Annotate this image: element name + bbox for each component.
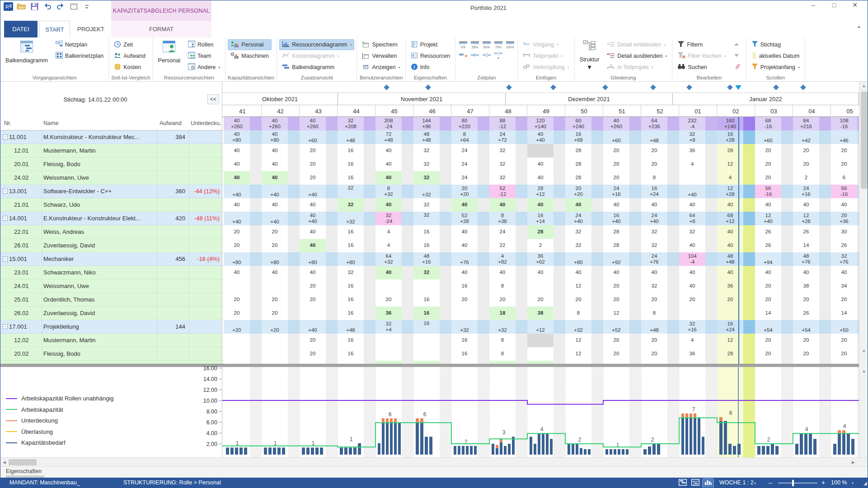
milestone-icon[interactable] bbox=[773, 84, 779, 90]
grid-cell[interactable]: 40 bbox=[565, 266, 603, 279]
grid-cell[interactable]: 40 bbox=[224, 158, 262, 171]
aktuelles-datum-button[interactable]: aktuelles Datum bbox=[749, 51, 802, 61]
grid-cell[interactable]: 20 bbox=[300, 158, 338, 171]
grid-cell[interactable]: 40 bbox=[375, 158, 413, 171]
week-scale-dropdown-icon[interactable]: ▾ bbox=[754, 481, 756, 485]
grid-cell[interactable]: 26 bbox=[755, 239, 793, 252]
grid-cell[interactable]: 16 bbox=[451, 347, 489, 361]
grid-cell[interactable]: 28 bbox=[565, 158, 603, 171]
grid-cell[interactable]: 20 bbox=[300, 293, 338, 307]
grid-cell[interactable]: 36 bbox=[679, 347, 717, 361]
grid-cell[interactable]: 40 bbox=[679, 198, 717, 212]
grid-cell[interactable]: 8+64 bbox=[451, 130, 489, 144]
grid-cell[interactable]: 32 bbox=[641, 225, 679, 239]
grid-cell[interactable] bbox=[413, 361, 451, 364]
grid-cell[interactable]: +48 bbox=[338, 320, 375, 334]
grid-cell[interactable]: 14 bbox=[755, 307, 793, 320]
app-logo-button[interactable]: R bbox=[3, 3, 13, 12]
grid-cell[interactable]: 20 bbox=[300, 171, 338, 185]
grid-cell[interactable] bbox=[224, 279, 262, 293]
grid-cell[interactable]: 16 bbox=[413, 293, 451, 307]
progress-50%-button[interactable]: 50% bbox=[481, 40, 492, 49]
grid-cell[interactable]: 48+48 bbox=[717, 252, 755, 266]
grid-cell[interactable]: 4 bbox=[679, 334, 717, 347]
grid-cell[interactable]: 32 bbox=[413, 144, 451, 158]
grid-cell[interactable]: 64+32 bbox=[375, 252, 413, 266]
netzplan-button[interactable]: Netzplan bbox=[53, 39, 106, 50]
grid-cell[interactable]: 28 bbox=[603, 225, 641, 239]
maximize-icon[interactable]: □ bbox=[829, 1, 840, 9]
grid-cell[interactable]: 68-16 bbox=[755, 117, 793, 130]
milestone-icon[interactable] bbox=[800, 84, 806, 90]
horizontal-splitter[interactable] bbox=[0, 364, 859, 367]
grid-cell[interactable]: +12 bbox=[527, 320, 565, 334]
grid-cell[interactable]: 20 bbox=[793, 347, 831, 361]
grid-cell[interactable]: 40 bbox=[300, 239, 338, 252]
grid-cell[interactable] bbox=[224, 334, 262, 347]
grid-cell[interactable]: 20 bbox=[300, 279, 338, 293]
personal-big-button[interactable]: Personal bbox=[155, 38, 183, 64]
tab-datei[interactable]: DATEI bbox=[4, 21, 38, 37]
grid-cell[interactable]: 20 bbox=[755, 293, 793, 307]
grid-cell[interactable]: 32 bbox=[413, 198, 451, 212]
tool4-button[interactable]: ▾ bbox=[493, 51, 503, 60]
personal-button[interactable]: Personal bbox=[228, 39, 271, 50]
grid-cell[interactable]: 40+40 bbox=[300, 212, 338, 225]
grid-cell[interactable] bbox=[793, 361, 831, 364]
grid-cell[interactable]: 40 bbox=[755, 266, 793, 279]
balkennetzplan-button[interactable]: Balkennetzplan bbox=[53, 51, 106, 61]
new-window-button[interactable] bbox=[69, 3, 79, 12]
grid-cell[interactable]: 20 bbox=[565, 293, 603, 307]
grid-cell[interactable]: 20 bbox=[641, 334, 679, 347]
tab-projekt[interactable]: PROJEKT bbox=[72, 21, 110, 37]
grid-cell[interactable]: 40 bbox=[755, 198, 793, 212]
grid-cell[interactable]: 40 bbox=[451, 225, 489, 239]
verwalten-button[interactable]: Verwalten bbox=[359, 51, 403, 61]
grid-cell[interactable]: 20+20 bbox=[451, 185, 489, 198]
grid-cell[interactable]: 32 bbox=[413, 171, 451, 185]
grid-cell[interactable]: 20 bbox=[679, 293, 717, 307]
grid-cell[interactable]: 32 bbox=[413, 212, 451, 225]
grid-cell[interactable]: 20 bbox=[300, 347, 338, 361]
grid-cell[interactable]: 16+28 bbox=[717, 130, 755, 144]
grid-cell[interactable]: 40 bbox=[717, 198, 755, 212]
vertical-scroll-thumb[interactable] bbox=[861, 92, 868, 189]
grid-cell[interactable]: +76 bbox=[451, 252, 489, 266]
grid-cell[interactable]: +40 bbox=[262, 212, 300, 225]
horizontal-scroll-thumb[interactable] bbox=[9, 459, 37, 465]
grid-cell[interactable]: 24+72 bbox=[489, 130, 527, 144]
grid-cell[interactable] bbox=[451, 307, 489, 320]
grid-cell[interactable]: 20 bbox=[375, 293, 413, 307]
grid-cell[interactable]: +94 bbox=[755, 252, 793, 266]
grid-cell[interactable]: 40 bbox=[527, 171, 565, 185]
grid-cell[interactable]: +48 bbox=[641, 130, 679, 144]
grid-cell[interactable]: 40 bbox=[793, 266, 831, 279]
suchen-button[interactable]: Suchen bbox=[675, 62, 728, 73]
milestone-icon[interactable] bbox=[602, 84, 608, 90]
kosten-button[interactable]: Kosten bbox=[111, 62, 148, 73]
grid-cell[interactable]: 4 bbox=[717, 171, 755, 185]
grid-cell[interactable]: 32 bbox=[641, 239, 679, 252]
grid-cell[interactable]: 40 bbox=[527, 198, 565, 212]
close-icon[interactable]: ✕ bbox=[849, 1, 860, 9]
grid-cell[interactable]: 40+260 bbox=[300, 117, 338, 130]
grid-cell[interactable] bbox=[413, 334, 451, 347]
grid-cell[interactable]: 32 bbox=[565, 225, 603, 239]
grid-cell[interactable]: 4 bbox=[375, 225, 413, 239]
grid-cell[interactable]: 20 bbox=[262, 293, 300, 307]
grid-cell[interactable]: 20 bbox=[755, 334, 793, 347]
grid-cell[interactable]: 12+28 bbox=[717, 185, 755, 198]
grid-cell[interactable]: 24 bbox=[451, 158, 489, 171]
grid-cell[interactable]: 32+16 bbox=[679, 320, 717, 334]
grid-cell[interactable]: 20 bbox=[451, 293, 489, 307]
milestone-icon[interactable] bbox=[727, 84, 733, 90]
speichern-button[interactable]: +Speichern bbox=[359, 39, 403, 50]
eraser-button[interactable] bbox=[731, 62, 744, 73]
grid-cell[interactable]: 8 bbox=[489, 347, 527, 361]
grid-cell[interactable]: 16 bbox=[451, 279, 489, 293]
grid-cell[interactable]: +32 bbox=[489, 320, 527, 334]
grid-cell[interactable]: 20 bbox=[603, 171, 641, 185]
milestone-icon[interactable] bbox=[550, 84, 556, 90]
grid-cell[interactable]: 52-12 bbox=[489, 185, 527, 198]
grid-cell[interactable]: 20 bbox=[224, 307, 262, 320]
